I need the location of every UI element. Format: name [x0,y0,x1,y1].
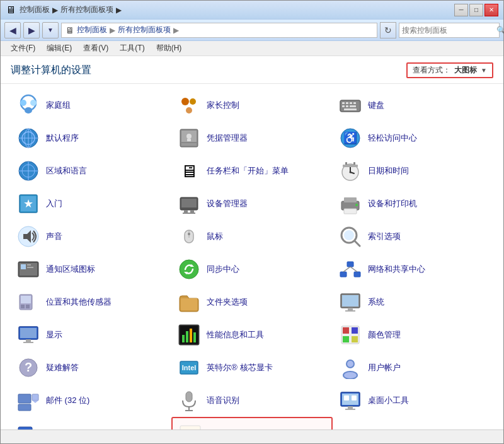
svg-rect-15 [344,108,357,110]
netshare-label: 网络和共享中心 [368,264,425,275]
svg-rect-90 [193,332,196,342]
search-icon: 🔍 [496,26,504,35]
list-item-netshare[interactable]: 网络和共享中心 [333,253,493,286]
back-button[interactable]: ◀ [4,22,21,38]
svg-rect-13 [346,105,348,107]
svg-point-55 [188,233,190,235]
list-item-taskbar[interactable]: 🖥任务栏和「开始」菜单 [171,155,332,187]
breadcrumb-bar[interactable]: 🖥 控制面板 ▶ 所有控制面板项 ▶ [61,23,377,38]
menu-edit[interactable]: 编辑(E) [42,42,77,55]
list-item-synccenter[interactable]: 同步中心 [171,253,332,286]
dropdown-button[interactable]: ▼ [42,22,59,38]
colormgmt-icon [339,324,362,346]
list-item-location[interactable]: 位置和其他传感器 [11,286,171,318]
svg-marker-107 [32,400,38,403]
list-item-sound[interactable]: 声音 [11,220,171,253]
maximize-button[interactable]: □ [469,4,483,16]
taskbar-icon: 🖥 [178,160,200,182]
svg-rect-45 [190,210,194,213]
menu-view[interactable]: 查看(V) [78,42,113,55]
list-item-speech[interactable]: 语音识别 [171,384,332,417]
list-item-autoplay[interactable]: 自动播放 [11,417,171,429]
svg-rect-46 [183,213,195,214]
keyboard-label: 键盘 [368,100,384,111]
window-icon: 🖥 [6,4,16,16]
list-item-getstart[interactable]: ★入门 [11,187,171,220]
menu-help[interactable]: 帮助(H) [151,42,187,55]
list-item-notif[interactable]: 通知区域图标 [11,253,171,286]
list-item-desktop-gadget[interactable]: 桌面小工具 [333,384,493,417]
list-item-trouble[interactable]: ?疑难解答 [11,351,171,384]
list-item-devmgr[interactable]: 设备管理器 [171,187,332,220]
minimize-button[interactable]: ─ [454,4,468,16]
svg-rect-79 [348,308,353,310]
list-item-keyboard[interactable]: 键盘 [333,89,493,122]
mouse-icon [178,225,200,248]
svg-point-103 [344,372,357,378]
colormgmt-label: 颜色管理 [368,330,401,341]
list-item-folderopts[interactable]: 文件夹选项 [171,286,332,318]
list-item-indexopt[interactable]: 索引选项 [333,220,493,253]
list-item-system[interactable]: 系统 [333,286,493,318]
list-item-font[interactable]: A a 字体 [171,417,332,429]
credential-label: 凭据管理器 [207,133,248,144]
svg-point-5 [190,98,196,105]
menu-tools[interactable]: 工具(T) [115,42,149,55]
svg-rect-73 [21,296,31,303]
list-item-ease-access[interactable]: ♿轻松访问中心 [333,122,493,155]
content-header: 调整计算机的设置 查看方式： 大图标 ▼ [1,56,503,84]
search-input[interactable] [402,26,496,35]
items-scroll[interactable]: 家庭组家长控制键盘默认程序凭据管理器♿轻松访问中心区域和语言🖥任务栏和「开始」菜… [1,84,503,429]
list-item-devprint[interactable]: 设备和打印机 [333,187,493,220]
speech-icon [178,389,200,412]
list-item-perfinfo[interactable]: 性能信息和工具 [171,318,332,351]
list-item-credential[interactable]: 凭据管理器 [171,122,332,155]
window-controls: ─ □ ✕ [454,4,498,16]
location-label: 位置和其他传感器 [46,297,112,308]
useracct-icon [339,356,362,379]
system-label: 系统 [368,297,384,308]
list-item-datetime[interactable]: 日期和时间 [333,155,493,187]
view-options[interactable]: 查看方式： 大图标 ▼ [406,62,493,78]
indexopt-icon [339,225,362,248]
svg-point-64 [180,260,198,279]
search-bar[interactable]: 🔍 [399,23,500,38]
svg-rect-93 [352,327,358,334]
list-item-mouse[interactable]: 鼠标 [171,220,332,253]
svg-rect-115 [344,395,349,400]
view-label: 查看方式： [413,65,450,76]
trouble-icon: ? [17,356,40,379]
notif-icon [17,258,40,281]
forward-button[interactable]: ▶ [23,22,40,38]
folder-icon: 🖥 [66,25,74,35]
list-item-intel-gpu[interactable]: Intel英特尔® 核芯显卡 [171,351,332,384]
refresh-button[interactable]: ↻ [380,22,396,38]
list-item-region-lang[interactable]: 区域和语言 [11,155,171,187]
svg-rect-68 [347,262,353,267]
list-item-parental-control[interactable]: 家长控制 [171,89,332,122]
getstart-icon: ★ [17,192,40,215]
list-item-default-program[interactable]: 默认程序 [11,122,171,155]
list-item-display[interactable]: 显示 [11,318,171,351]
bc-current: 所有控制面板项 [118,25,171,35]
svg-rect-74 [21,305,25,308]
location-icon [17,291,40,313]
view-dropdown-icon[interactable]: ▼ [481,67,487,74]
breadcrumb-title: 控制面板 ▶ 所有控制面板项 ▶ [20,4,122,15]
svg-rect-61 [21,264,26,269]
list-item-useracct[interactable]: 用户帐户 [333,351,493,384]
list-item-mail[interactable]: 邮件 (32 位) [11,384,171,417]
display-icon [17,324,40,346]
keyboard-icon [339,94,362,117]
svg-point-6 [186,107,192,114]
menu-file[interactable]: 文件(F) [6,42,40,55]
close-button[interactable]: ✕ [484,4,498,16]
list-item-family-group[interactable]: 家庭组 [11,89,171,122]
list-item-colormgmt[interactable]: 颜色管理 [333,318,493,351]
svg-rect-113 [348,406,353,409]
perfinfo-label: 性能信息和工具 [207,330,264,341]
svg-rect-67 [340,272,346,277]
devmgr-label: 设备管理器 [207,199,248,209]
svg-point-102 [347,361,353,367]
desktop-gadget-icon [339,389,362,412]
